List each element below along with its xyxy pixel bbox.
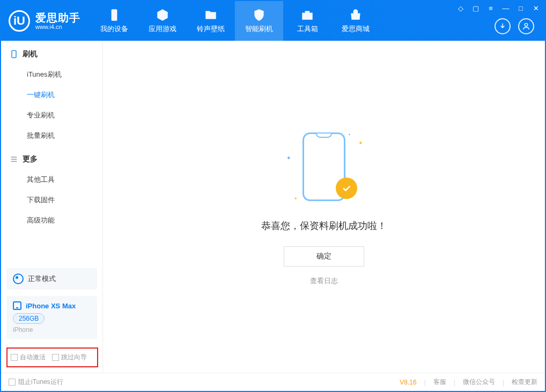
- app-subtitle: www.i4.cn: [35, 24, 80, 30]
- footer-support-link[interactable]: 客服: [433, 378, 446, 387]
- checkbox-block-itunes[interactable]: 阻止iTunes运行: [9, 378, 63, 387]
- success-illustration: ✦ ✦ ✦ ✦: [281, 128, 367, 209]
- logo-icon: iU: [9, 10, 30, 32]
- sparkle-icon: ✦: [348, 132, 351, 136]
- window-controls: ◇ ▢ ≡ — □ ✕: [456, 3, 541, 13]
- flash-options-box: 自动激活 跳过向导: [6, 347, 98, 367]
- checkbox-icon: [52, 354, 59, 361]
- toolbox-icon: [300, 8, 314, 22]
- skin-icon[interactable]: ◇: [456, 3, 466, 13]
- sidebar-item-oneclick-flash[interactable]: 一键刷机: [27, 85, 102, 105]
- device-card[interactable]: iPhone XS Max 256GB iPhone: [6, 296, 97, 339]
- sparkle-icon: ✦: [358, 140, 363, 146]
- svg-point-1: [525, 24, 527, 26]
- phone-icon: [13, 301, 21, 310]
- music-folder-icon: [204, 8, 218, 22]
- sparkle-icon: ✦: [286, 155, 291, 161]
- sidebar-item-batch-flash[interactable]: 批量刷机: [27, 125, 102, 146]
- sidebar-section-label: 更多: [23, 154, 38, 164]
- app-title: 爱思助手: [35, 12, 80, 24]
- sidebar-item-pro-flash[interactable]: 专业刷机: [27, 105, 102, 125]
- tab-toolbox[interactable]: 工具箱: [283, 1, 331, 41]
- tab-label: 铃声壁纸: [197, 24, 225, 34]
- list-icon: [10, 155, 18, 164]
- tab-label: 智能刷机: [245, 24, 273, 34]
- sparkle-icon: ✦: [294, 196, 298, 201]
- view-log-link[interactable]: 查看日志: [310, 276, 338, 286]
- body: 刷机 iTunes刷机 一键刷机 专业刷机 批量刷机 更多 其他工具 下载固件 …: [1, 41, 545, 373]
- header: iU 爱思助手 www.i4.cn 我的设备 应用游戏 铃声壁纸 智能刷机: [1, 1, 545, 41]
- user-icon[interactable]: [518, 18, 534, 34]
- ok-button[interactable]: 确定: [284, 246, 364, 267]
- sidebar-item-itunes-flash[interactable]: iTunes刷机: [27, 64, 102, 85]
- shield-refresh-icon: [252, 8, 266, 22]
- app-window: iU 爱思助手 www.i4.cn 我的设备 应用游戏 铃声壁纸 智能刷机: [0, 0, 546, 392]
- mode-label: 正常模式: [28, 274, 56, 284]
- svg-rect-2: [12, 50, 16, 57]
- tab-label: 应用游戏: [149, 24, 176, 34]
- sidebar-item-advanced[interactable]: 高级功能: [27, 210, 102, 231]
- version-label: V8.16: [400, 379, 416, 386]
- success-message: 恭喜您，保资料刷机成功啦！: [261, 219, 387, 232]
- logo-block: iU 爱思助手 www.i4.cn: [1, 1, 90, 41]
- close-button[interactable]: ✕: [531, 3, 541, 13]
- tab-store[interactable]: 爱思商城: [331, 1, 380, 41]
- sidebar-item-other-tools[interactable]: 其他工具: [27, 169, 102, 190]
- tab-label: 我的设备: [100, 24, 128, 34]
- feedback-icon[interactable]: ▢: [471, 3, 481, 13]
- tab-label: 爱思商城: [342, 24, 370, 34]
- footer: 阻止iTunes运行 V8.16 | 客服 | 微信公众号 | 检查更新: [1, 373, 545, 391]
- minimize-button[interactable]: —: [501, 3, 511, 13]
- sidebar: 刷机 iTunes刷机 一键刷机 专业刷机 批量刷机 更多 其他工具 下载固件 …: [1, 41, 103, 373]
- cube-icon: [156, 8, 169, 22]
- tab-smart-flash[interactable]: 智能刷机: [235, 1, 283, 41]
- success-block: ✦ ✦ ✦ ✦ 恭喜您，保资料刷机成功啦！ 确定 查看日志: [261, 128, 387, 286]
- sidebar-section-flash: 刷机: [1, 41, 102, 64]
- checkbox-skip-guide[interactable]: 跳过向导: [52, 353, 87, 362]
- menu-icon[interactable]: ≡: [486, 3, 496, 13]
- tab-my-device[interactable]: 我的设备: [90, 1, 138, 41]
- sidebar-item-download-firmware[interactable]: 下载固件: [27, 190, 102, 210]
- svg-rect-0: [112, 9, 117, 21]
- checkbox-auto-activate[interactable]: 自动激活: [11, 353, 46, 362]
- device-type: iPhone: [13, 326, 91, 334]
- mode-icon: [13, 273, 24, 284]
- checkbox-icon: [9, 379, 16, 386]
- device-name: iPhone XS Max: [26, 302, 76, 310]
- main-content: ✦ ✦ ✦ ✦ 恭喜您，保资料刷机成功啦！ 确定 查看日志: [103, 41, 545, 373]
- checkbox-icon: [11, 354, 18, 361]
- tab-label: 工具箱: [297, 24, 318, 34]
- phone-outline-icon: [10, 50, 18, 58]
- device-icon: [107, 8, 121, 22]
- device-mode-card[interactable]: 正常模式: [6, 268, 97, 290]
- store-icon: [349, 8, 363, 22]
- sidebar-section-more: 更多: [1, 146, 102, 169]
- footer-check-update-link[interactable]: 检查更新: [512, 378, 537, 387]
- footer-wechat-link[interactable]: 微信公众号: [463, 378, 495, 387]
- tab-ringtone-wallpaper[interactable]: 铃声壁纸: [187, 1, 235, 41]
- header-right-icons: [495, 18, 545, 34]
- sidebar-section-label: 刷机: [23, 49, 38, 59]
- check-badge-icon: [336, 177, 357, 199]
- device-storage: 256GB: [13, 313, 45, 324]
- maximize-button[interactable]: □: [516, 3, 526, 13]
- top-tabs: 我的设备 应用游戏 铃声壁纸 智能刷机 工具箱 爱思商城: [90, 1, 380, 41]
- tab-apps-games[interactable]: 应用游戏: [138, 1, 187, 41]
- download-icon[interactable]: [495, 18, 511, 34]
